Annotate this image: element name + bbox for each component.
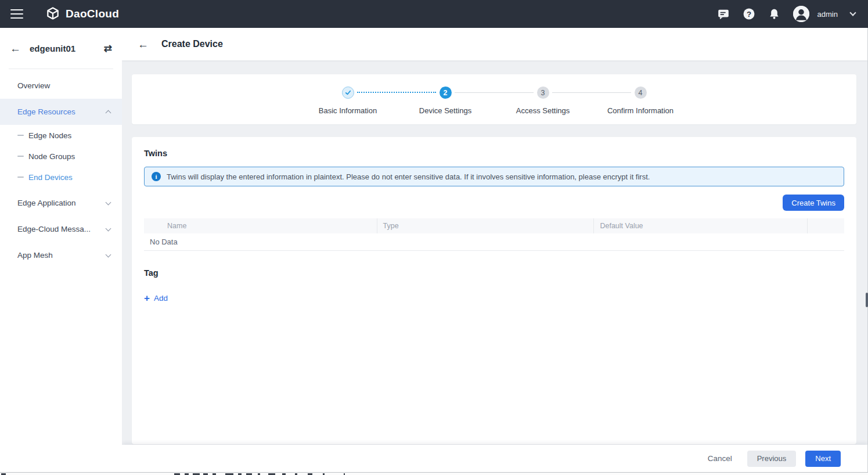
step-label: Access Settings — [494, 106, 592, 115]
plus-icon: + — [144, 293, 150, 303]
info-icon: i — [152, 172, 161, 181]
sidebar-item-edge-nodes[interactable]: Edge Nodes — [0, 125, 122, 146]
twins-table: Name Type Default Value No Data — [144, 218, 844, 251]
brand: DaoCloud — [45, 6, 119, 21]
step-number: 2 — [440, 87, 452, 99]
sidebar-item-node-groups[interactable]: Node Groups — [0, 146, 122, 167]
column-type: Type — [377, 218, 595, 233]
sidebar-item-edge-application[interactable]: Edge Application — [0, 190, 122, 216]
step-label: Confirm Information — [592, 106, 689, 115]
next-button[interactable]: Next — [805, 451, 841, 467]
username[interactable]: admin — [817, 10, 838, 19]
step-basic-information: Basic Information — [299, 87, 397, 115]
sidebar-item-end-devices[interactable]: End Devices — [0, 167, 122, 188]
previous-button[interactable]: Previous — [747, 451, 797, 467]
step-number: 4 — [635, 87, 647, 99]
step-label: Device Settings — [397, 106, 494, 115]
sidebar-item-edge-cloud-message[interactable]: Edge-Cloud Messa... — [0, 216, 122, 242]
user-menu-chevron-down-icon[interactable] — [849, 9, 856, 16]
stepper-card: Basic Information 2 Device Settings 3 Ac… — [132, 74, 856, 124]
sidebar-item-app-mesh[interactable]: App Mesh — [0, 242, 122, 268]
twins-alert-text: Twins will display the entered informati… — [167, 172, 650, 181]
step-number: 3 — [537, 87, 549, 99]
menu-icon[interactable] — [10, 9, 23, 19]
chevron-down-icon — [106, 199, 111, 205]
device-settings-card: Twins i Twins will display the entered i… — [132, 137, 856, 444]
page-title: Create Device — [161, 39, 223, 49]
twins-section-title: Twins — [144, 149, 844, 158]
step-access-settings: 3 Access Settings — [494, 87, 592, 115]
sidebar-item-edge-resources[interactable]: Edge Resources — [0, 99, 122, 125]
chevron-down-icon — [106, 225, 111, 231]
switch-cluster-icon[interactable]: ⇄ — [104, 44, 112, 53]
step-label: Basic Information — [299, 106, 397, 115]
cut-off-content-strip — [0, 472, 868, 475]
topbar-actions: ? admin — [717, 6, 855, 22]
sidebar-item-overview[interactable]: Overview — [0, 73, 122, 99]
wizard-stepper: Basic Information 2 Device Settings 3 Ac… — [132, 87, 856, 115]
sidebar: ← edgeunit01 ⇄ Overview Edge Resources E… — [0, 28, 122, 472]
svg-text:?: ? — [747, 10, 751, 19]
scrollbar-thumb[interactable] — [866, 293, 868, 307]
brand-name: DaoCloud — [66, 8, 119, 20]
sidebar-nav: Overview Edge Resources Edge Nodes Node … — [0, 69, 122, 268]
create-twins-button[interactable]: Create Twins — [783, 195, 844, 211]
user-avatar[interactable] — [793, 6, 809, 22]
twins-info-alert: i Twins will display the entered informa… — [144, 167, 844, 186]
page-header: ← Create Device — [122, 28, 868, 60]
step-confirm-information: 4 Confirm Information — [592, 87, 689, 115]
twins-table-header: Name Type Default Value — [144, 218, 844, 233]
help-icon[interactable]: ? — [743, 8, 755, 20]
daocloud-logo-icon — [45, 6, 60, 21]
sidebar-back-icon[interactable]: ← — [10, 43, 21, 54]
dash-icon — [17, 177, 24, 178]
dash-icon — [17, 156, 24, 157]
chevron-down-icon — [106, 251, 111, 257]
dash-icon — [17, 135, 24, 136]
empty-state: No Data — [144, 233, 844, 251]
notifications-bell-icon[interactable] — [768, 8, 780, 20]
column-default-value: Default Value — [594, 218, 808, 233]
chevron-up-icon — [106, 110, 111, 116]
step-device-settings: 2 Device Settings — [397, 87, 494, 115]
page-content: Basic Information 2 Device Settings 3 Ac… — [122, 60, 868, 444]
page-back-icon[interactable]: ← — [138, 39, 149, 50]
column-actions — [808, 218, 844, 233]
chat-icon[interactable] — [717, 8, 730, 20]
wizard-footer: Cancel Previous Next — [122, 445, 868, 472]
sidebar-header: ← edgeunit01 ⇄ — [0, 28, 122, 69]
tag-section-title: Tag — [144, 268, 844, 278]
column-name: Name — [144, 218, 377, 233]
add-tag-button[interactable]: + Add — [144, 293, 168, 303]
main-area: ← Create Device Basic Information — [122, 28, 868, 472]
topbar: DaoCloud ? — [0, 0, 868, 28]
step-done-check-icon — [342, 87, 354, 99]
cancel-button[interactable]: Cancel — [708, 454, 732, 463]
cluster-name: edgeunit01 — [30, 44, 75, 53]
